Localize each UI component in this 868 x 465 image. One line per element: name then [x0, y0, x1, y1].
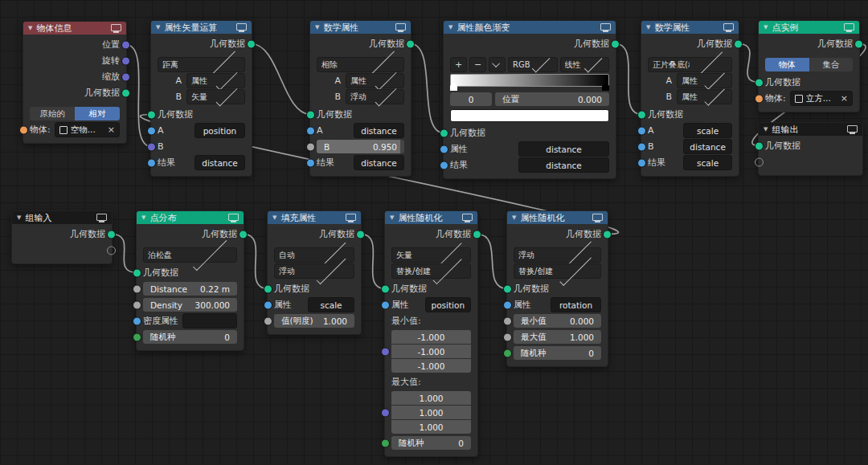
socket-float[interactable]: [264, 316, 272, 325]
text-field[interactable]: rotation: [551, 297, 601, 312]
remove-stop-button[interactable]: −: [469, 57, 486, 72]
dropdown-浮动[interactable]: 浮动: [274, 263, 354, 279]
vector-component-field[interactable]: -1.000: [391, 345, 471, 358]
socket-virtual[interactable]: [107, 246, 116, 255]
socket-vector[interactable]: [121, 40, 130, 49]
point-instance-node[interactable]: ▼点实例几何数据物体集合几何数据物体:立方...×: [758, 20, 860, 112]
collapse-icon[interactable]: ▼: [315, 25, 319, 31]
display-toggle-icon[interactable]: [723, 23, 734, 31]
object-info-node[interactable]: ▼物体信息位置旋转缩放几何数据原始的相对物体:空物...×: [23, 21, 127, 144]
node-header[interactable]: ▼组输入: [12, 211, 112, 224]
socket-geometry[interactable]: [603, 230, 612, 239]
socket-string[interactable]: [637, 126, 646, 135]
collapse-icon[interactable]: ▼: [512, 215, 516, 221]
dropdown-属性[interactable]: 属性: [677, 73, 732, 88]
add-stop-button[interactable]: +: [450, 57, 467, 72]
node-header[interactable]: ▼数学属性: [641, 21, 739, 34]
text-field[interactable]: distance: [518, 157, 609, 173]
socket-string[interactable]: [147, 126, 156, 135]
socket-float[interactable]: [133, 284, 141, 293]
display-toggle-icon[interactable]: [111, 24, 121, 31]
socket-string[interactable]: [637, 158, 646, 167]
node-header[interactable]: ▼属性矢量运算: [151, 21, 252, 34]
socket-geometry[interactable]: [356, 230, 365, 239]
socket-geometry[interactable]: [264, 284, 272, 293]
display-toggle-icon[interactable]: [346, 214, 356, 221]
socket-vector[interactable]: [381, 408, 390, 417]
attr-randomize-vector-node[interactable]: ▼属性随机化几何数据矢量替换/创建几何数据属性position最小值:-1.00…: [384, 210, 478, 457]
socket-float[interactable]: [503, 316, 512, 325]
socket-object[interactable]: [19, 125, 28, 134]
node-editor-canvas[interactable]: ▼物体信息位置旋转缩放几何数据原始的相对物体:空物...×▼属性矢量运算几何数据…: [0, 0, 868, 465]
socket-string[interactable]: [440, 145, 448, 153]
socket-string[interactable]: [440, 161, 448, 169]
socket-string[interactable]: [503, 300, 512, 309]
socket-int[interactable]: [133, 332, 141, 341]
collapse-icon[interactable]: ▼: [764, 25, 768, 31]
socket-geometry[interactable]: [473, 230, 481, 239]
group-output-node[interactable]: ▼组输出几何数据: [758, 122, 863, 176]
text-field[interactable]: scale: [308, 297, 354, 312]
display-toggle-icon[interactable]: [592, 214, 603, 221]
socket-geometry[interactable]: [121, 88, 130, 97]
toggle-原始的[interactable]: 原始的: [30, 107, 75, 120]
dropdown-属性[interactable]: 属性: [186, 73, 245, 88]
value-slider[interactable]: 随机种0: [143, 330, 237, 344]
socket-vector[interactable]: [121, 56, 130, 65]
display-toggle-icon[interactable]: [844, 23, 854, 31]
socket-geometry[interactable]: [611, 39, 620, 48]
text-field[interactable]: scale: [683, 123, 732, 138]
group-input-node[interactable]: ▼组输入几何数据: [11, 210, 113, 264]
color-ramp[interactable]: [450, 74, 609, 87]
position-slider[interactable]: 位置0.000: [495, 92, 609, 106]
vector-component-field[interactable]: 1.000: [391, 391, 471, 405]
socket-vector[interactable]: [147, 142, 156, 151]
dropdown-属性[interactable]: 属性: [346, 73, 404, 88]
value-slider[interactable]: 值(明度)1.000: [274, 314, 354, 328]
dropdown-泊松盘[interactable]: 泊松盘: [143, 247, 237, 263]
node-header[interactable]: ▼属性颜色渐变: [444, 21, 616, 34]
collapse-icon[interactable]: ▼: [28, 26, 32, 31]
value-slider[interactable]: Density300.000: [143, 298, 237, 312]
value-slider[interactable]: 最小值0.000: [514, 314, 601, 328]
socket-geometry[interactable]: [107, 230, 116, 239]
socket-geometry[interactable]: [755, 141, 764, 150]
node-header[interactable]: ▼点实例: [759, 21, 859, 34]
node-header[interactable]: ▼属性随机化: [385, 211, 477, 224]
dropdown-替换/创建[interactable]: 替换/创建: [391, 263, 471, 279]
collapse-icon[interactable]: ▼: [141, 215, 145, 221]
vector-component-field[interactable]: 1.000: [391, 420, 471, 434]
value-slider[interactable]: B0.950: [317, 140, 404, 153]
node-header[interactable]: ▼属性随机化: [507, 211, 608, 224]
socket-float[interactable]: [133, 300, 141, 309]
socket-int[interactable]: [381, 438, 390, 447]
socket-geometry[interactable]: [440, 128, 448, 137]
socket-vector[interactable]: [121, 72, 130, 81]
display-toggle-icon[interactable]: [847, 125, 858, 133]
socket-string[interactable]: [133, 316, 141, 325]
object-selector[interactable]: 立方...×: [790, 91, 853, 106]
socket-geometry[interactable]: [247, 39, 256, 48]
display-toggle-icon[interactable]: [236, 23, 247, 31]
socket-string[interactable]: [637, 142, 646, 151]
socket-virtual[interactable]: [755, 157, 764, 166]
color-swatch[interactable]: [450, 109, 609, 122]
text-field[interactable]: distance: [518, 141, 609, 157]
text-field[interactable]: distance: [354, 155, 404, 170]
socket-float[interactable]: [503, 332, 512, 341]
collapse-icon[interactable]: ▼: [156, 25, 160, 31]
toggle-物体[interactable]: 物体: [765, 58, 809, 71]
socket-geometry[interactable]: [306, 110, 315, 119]
point-distribute-node[interactable]: ▼点分布几何数据泊松盘几何数据Distance0.22 mDensity300.…: [136, 210, 244, 351]
socket-geometry[interactable]: [503, 284, 512, 293]
socket-string[interactable]: [306, 158, 315, 167]
collapse-icon[interactable]: ▼: [390, 215, 394, 221]
attr-fill-node[interactable]: ▼填充属性几何数据自动浮动几何数据属性scale值(明度)1.000: [267, 210, 362, 335]
socket-geometry[interactable]: [734, 39, 743, 48]
dropdown-矢量[interactable]: 矢量: [186, 89, 245, 104]
attr-color-ramp-node[interactable]: ▼属性颜色渐变几何数据+−RGB线性0位置0.000几何数据属性distance…: [443, 20, 616, 179]
socket-vector[interactable]: [381, 347, 390, 356]
dropdown-属性[interactable]: 属性: [677, 89, 732, 104]
display-toggle-icon[interactable]: [462, 214, 473, 221]
socket-int[interactable]: [503, 349, 512, 357]
